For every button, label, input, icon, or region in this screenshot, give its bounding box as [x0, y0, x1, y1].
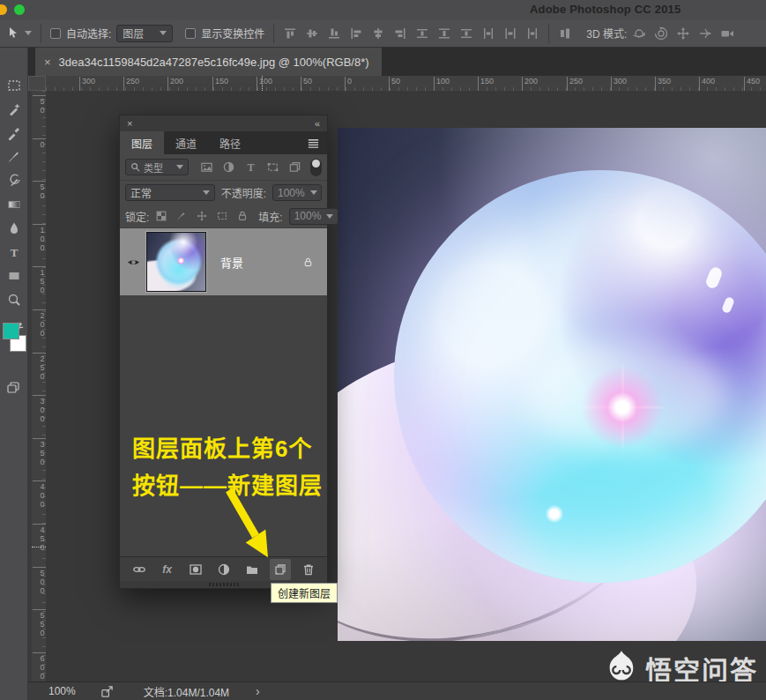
gradient-tool[interactable] [5, 197, 23, 212]
distribute-right-icon[interactable] [525, 26, 539, 41]
distribute-horizontal-center-icon[interactable] [503, 26, 517, 41]
lock-position-icon[interactable] [196, 210, 208, 222]
svg-text:T: T [247, 161, 254, 174]
layer-effects-icon: fx [162, 563, 172, 576]
blend-mode-value: 正常 [130, 185, 152, 200]
export-icon[interactable] [100, 685, 114, 698]
fill-select[interactable]: 100% [289, 208, 338, 225]
lock-transparent-icon[interactable] [155, 210, 167, 222]
panel-titlebar[interactable]: × « [120, 115, 327, 131]
align-left-icon[interactable] [349, 26, 363, 41]
link-layers-button[interactable] [129, 559, 150, 580]
align-bottom-icon[interactable] [327, 26, 341, 41]
align-right-icon[interactable] [393, 26, 407, 41]
ruler-label: 400 [699, 77, 715, 91]
zoom-tool[interactable] [5, 292, 23, 308]
separator [548, 24, 549, 43]
opacity-label: 不透明度: [221, 185, 266, 200]
blur-tool[interactable] [5, 220, 23, 236]
blend-row: 正常 不透明度: 100% [120, 181, 327, 205]
panel-collapse-icon[interactable]: « [315, 118, 320, 129]
3d-slide-icon[interactable] [698, 26, 712, 41]
spot-healing-brush-tool[interactable] [5, 101, 23, 117]
align-top-icon[interactable] [283, 26, 297, 41]
layer-effects-button[interactable]: fx [157, 559, 178, 580]
type-tool[interactable]: T [5, 244, 23, 260]
smart-object-filter-icon[interactable] [288, 160, 301, 174]
3d-rotate-icon[interactable] [632, 26, 646, 41]
fill-value: 100% [294, 210, 322, 222]
3d-camera-icon[interactable] [720, 26, 734, 41]
screen-mode-icon[interactable] [6, 381, 20, 395]
lock-pixels-icon[interactable] [175, 210, 188, 222]
history-brush-tool[interactable] [5, 173, 23, 189]
filter-type-select[interactable]: 类型 [125, 159, 189, 175]
brush-tool[interactable] [5, 149, 23, 165]
foreground-color-swatch[interactable] [3, 323, 19, 339]
distribute-vertical-center-icon[interactable] [437, 26, 451, 41]
opacity-select[interactable]: 100% [272, 184, 322, 201]
close-tab-icon[interactable]: × [44, 56, 51, 69]
align-vertical-center-icon[interactable] [305, 26, 319, 41]
gradient-icon [7, 197, 21, 212]
adjustment-layer-filter-icon[interactable] [222, 160, 235, 174]
layer-locked-icon[interactable] [302, 257, 314, 268]
layer-row-background[interactable]: 背景 [120, 228, 327, 295]
ruler-label: 50 [389, 77, 400, 91]
type-layer-filter-icon[interactable]: T [244, 160, 257, 174]
minimize-button[interactable] [0, 4, 7, 15]
add-mask-button[interactable] [185, 559, 206, 580]
distribute-left-icon[interactable] [481, 26, 495, 41]
star-glow [574, 359, 671, 456]
chevron-down-icon [310, 190, 317, 195]
tab-channels[interactable]: 通道 [164, 131, 208, 154]
auto-select-checkbox[interactable] [50, 28, 61, 39]
eyedropper-tool[interactable] [5, 125, 23, 141]
blend-mode-select[interactable]: 正常 [125, 184, 215, 201]
tab-paths[interactable]: 路径 [208, 131, 252, 154]
mac-titlebar: Adobe Photoshop CC 2015 [0, 0, 766, 19]
shape-layer-filter-icon[interactable] [266, 160, 279, 174]
layer-name: 背景 [220, 254, 243, 271]
document-tab[interactable]: × 3dea34c1159845d2a47287e5c16fc49e.jpg @… [35, 48, 382, 76]
status-menu-chevron[interactable]: › [256, 684, 260, 698]
options-bar: 自动选择: 图层 显示变换控件 3D 模式: [0, 19, 766, 48]
panel-close-icon[interactable]: × [127, 118, 132, 129]
ruler-corner[interactable] [28, 76, 46, 91]
tab-layers[interactable]: 图层 [120, 131, 164, 154]
move-tool-icon[interactable] [5, 26, 19, 41]
search-icon [130, 162, 140, 172]
canvas-image[interactable] [338, 128, 766, 641]
tool-preset-chevron-icon[interactable] [25, 31, 32, 35]
visibility-eye-icon[interactable] [120, 256, 146, 269]
3d-roll-icon[interactable] [654, 26, 668, 41]
panel-menu-icon[interactable] [307, 137, 320, 150]
pixel-layer-filter-icon[interactable] [200, 160, 213, 174]
lock-all-icon[interactable] [236, 210, 249, 222]
document-tab-title: 3dea34c1159845d2a47287e5c16fc49e.jpg @ 1… [59, 56, 369, 69]
horizontal-ruler[interactable]: 3002502001501005005010015020025030035040… [46, 76, 766, 91]
document-size-info: 文档:1.04M/1.04M [144, 684, 229, 699]
lock-artboard-icon[interactable] [216, 210, 228, 222]
auto-select-target-value: 图层 [123, 26, 144, 41]
zoom-window-button[interactable] [14, 4, 25, 15]
ruler-label: 0 [345, 77, 352, 91]
separator [273, 24, 274, 43]
auto-align-layers-icon[interactable] [558, 26, 572, 41]
distribute-top-icon[interactable] [415, 26, 429, 41]
layer-filter-toggle[interactable] [310, 159, 322, 176]
shape-tool[interactable] [5, 268, 23, 284]
filter-icons-group: T [200, 160, 301, 174]
show-transform-checkbox[interactable] [185, 28, 196, 39]
delete-layer-button[interactable] [298, 559, 319, 580]
ruler-label: 150 [33, 266, 46, 294]
vertical-ruler[interactable]: 50050100150200250300350400450500550600 [32, 91, 46, 681]
rectangular-marquee-tool[interactable] [5, 78, 23, 93]
distribute-bottom-icon[interactable] [459, 26, 473, 41]
3d-drag-icon[interactable] [676, 26, 690, 41]
align-horizontal-center-icon[interactable] [371, 26, 385, 41]
zoom-level-field[interactable]: 100% [48, 685, 76, 697]
ruler-label: 250 [33, 353, 46, 381]
layer-thumbnail[interactable] [146, 232, 206, 292]
auto-select-target-select[interactable]: 图层 [116, 25, 173, 42]
